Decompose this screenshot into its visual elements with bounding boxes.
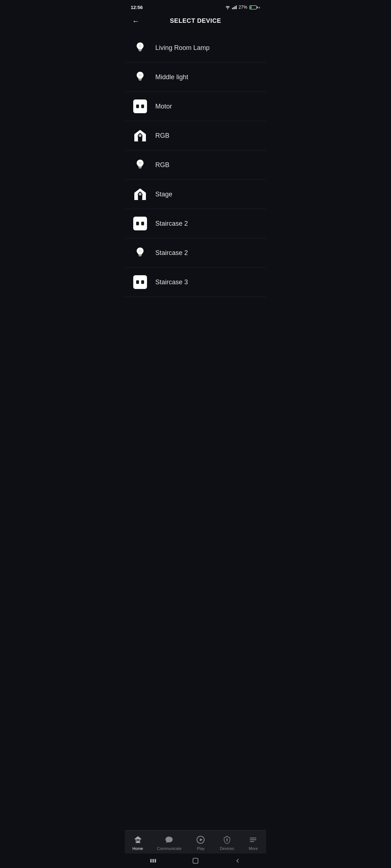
device-item[interactable]: Middle light xyxy=(125,63,266,92)
device-icon xyxy=(132,216,148,231)
svg-rect-5 xyxy=(138,49,142,50)
wifi-icon xyxy=(225,5,231,9)
device-name: Middle light xyxy=(155,73,188,81)
svg-rect-7 xyxy=(139,51,141,51)
back-button[interactable]: ← xyxy=(131,16,141,27)
device-list: Living Room Lamp Middle light Motor xyxy=(125,30,266,300)
svg-rect-18 xyxy=(138,166,142,167)
device-name: Staircase 2 xyxy=(155,249,188,257)
svg-rect-0 xyxy=(232,8,233,9)
device-icon xyxy=(132,186,148,202)
svg-rect-1 xyxy=(233,7,234,9)
device-icon xyxy=(132,157,148,173)
device-item[interactable]: Staircase 2 xyxy=(125,238,266,268)
page-title: SELECT DEVICE xyxy=(170,17,221,25)
device-item[interactable]: RGB xyxy=(125,150,266,180)
plug-icon xyxy=(133,99,147,113)
svg-rect-6 xyxy=(139,50,142,51)
svg-rect-20 xyxy=(139,168,141,169)
svg-point-16 xyxy=(140,133,141,134)
svg-point-13 xyxy=(139,74,142,77)
svg-rect-3 xyxy=(236,5,236,9)
plug-icon xyxy=(133,217,147,230)
device-name: RGB xyxy=(155,161,169,169)
status-dot: ● xyxy=(258,5,260,9)
svg-point-21 xyxy=(139,162,142,165)
back-arrow-icon: ← xyxy=(132,17,139,25)
svg-rect-28 xyxy=(139,256,141,256)
device-item[interactable]: Staircase 3 xyxy=(125,268,266,297)
bulb-svg xyxy=(134,246,147,259)
device-name: Staircase 2 xyxy=(155,220,188,227)
svg-point-29 xyxy=(139,250,142,252)
header: ← SELECT DEVICE xyxy=(125,13,266,30)
device-name: Stage xyxy=(155,191,172,198)
bulb-svg xyxy=(134,158,147,171)
device-item[interactable]: Stage xyxy=(125,180,266,209)
bulb-svg xyxy=(134,41,147,54)
svg-rect-12 xyxy=(139,80,141,81)
device-name: Staircase 3 xyxy=(155,278,188,286)
status-bar: 12:56 27% ● xyxy=(125,0,266,13)
svg-point-24 xyxy=(140,192,141,193)
battery-percent: 27% xyxy=(239,5,247,10)
status-time: 12:56 xyxy=(131,5,143,10)
device-item[interactable]: RGB xyxy=(125,121,266,150)
device-item[interactable]: Motor xyxy=(125,92,266,121)
svg-rect-10 xyxy=(138,78,142,79)
svg-rect-26 xyxy=(138,254,142,255)
status-icons: 27% ● xyxy=(225,5,260,10)
device-item[interactable]: Living Room Lamp xyxy=(125,33,266,63)
battery-fill xyxy=(250,6,252,9)
battery-icon xyxy=(249,5,257,9)
device-icon xyxy=(132,245,148,261)
device-name: RGB xyxy=(155,132,169,140)
svg-point-8 xyxy=(139,44,142,47)
signal-icon xyxy=(232,5,237,9)
device-name: Motor xyxy=(155,103,172,110)
smarthome-svg xyxy=(133,187,147,201)
device-icon xyxy=(132,128,148,144)
svg-rect-27 xyxy=(139,255,142,256)
device-item[interactable]: Staircase 2 xyxy=(125,209,266,238)
smarthome-svg xyxy=(133,128,147,143)
svg-rect-19 xyxy=(139,167,142,168)
svg-rect-11 xyxy=(139,80,142,80)
plug-icon xyxy=(133,275,147,289)
device-icon xyxy=(132,69,148,85)
svg-rect-2 xyxy=(235,6,235,9)
device-icon xyxy=(132,40,148,56)
device-name: Living Room Lamp xyxy=(155,44,210,52)
device-icon xyxy=(132,274,148,290)
device-icon xyxy=(132,98,148,114)
bulb-svg xyxy=(134,71,147,84)
